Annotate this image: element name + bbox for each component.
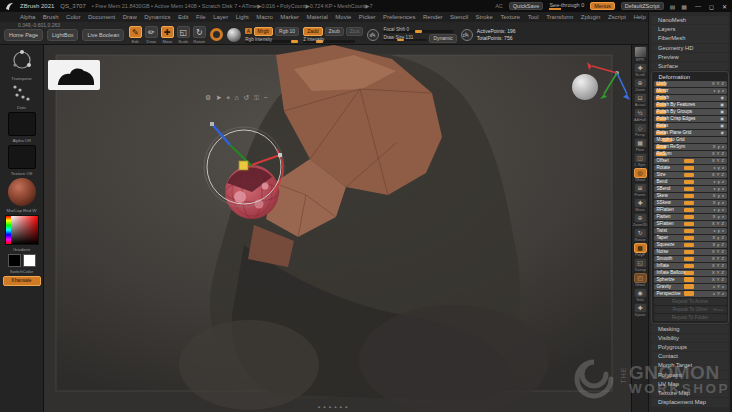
gizmo-icon[interactable]: ➤ (216, 94, 222, 102)
palette-section-header[interactable]: Polygroups (651, 343, 729, 351)
menu-item[interactable]: Help (633, 14, 645, 20)
deformation-slider[interactable]: Offset X Y Z (654, 158, 727, 164)
axis-toggles[interactable]: x y z (714, 88, 725, 94)
palette-section-header[interactable]: Layers (651, 25, 729, 33)
axis-toggles[interactable]: X Y Z (712, 256, 725, 262)
deformation-slider[interactable]: Inflate X Y Z (654, 263, 727, 269)
deformation-slider[interactable]: Polish By Features ▣ (654, 102, 727, 108)
axis-toggles[interactable]: X Y Z (712, 151, 725, 157)
menu-item[interactable]: Brush (43, 14, 59, 20)
palette-section-header[interactable]: UV Map (651, 380, 729, 388)
axis-toggles[interactable]: x y z (714, 186, 725, 192)
menu-item[interactable]: Color (66, 14, 80, 20)
saturation-value-square[interactable] (11, 216, 38, 244)
deformation-slider[interactable]: Skew X y z (654, 193, 727, 199)
deformation-slider[interactable]: SSkew X y z (654, 200, 727, 206)
z-intensity-slider[interactable]: Z Intensity (303, 37, 355, 43)
deformation-slider[interactable]: Smooth X Y Z (654, 256, 727, 262)
palette-section-header[interactable]: Polypaint (651, 371, 729, 379)
right-shelf-button[interactable]: ▩ PolyF (633, 243, 648, 257)
rgb-button[interactable]: Rgb 10 (275, 27, 299, 36)
zcut-button[interactable]: Zcut (346, 27, 364, 36)
axis-toggles[interactable]: ▣ (720, 116, 724, 122)
deformation-slider[interactable]: Spherize X Y Z (654, 277, 727, 283)
right-shelf-button[interactable]: ⊕ Zoom3D (633, 213, 648, 227)
menus-button[interactable]: Menus (590, 2, 615, 10)
timeline-scrub-marks[interactable]: ▲▲▲▲▲▲ (317, 404, 350, 409)
focal-shift-slider[interactable]: Focal Shift 0 (383, 27, 453, 33)
axis-toggles[interactable]: ◉ (721, 130, 725, 136)
gizmo-icon[interactable]: − (264, 94, 268, 102)
menu-item[interactable]: Dynamics (144, 14, 170, 20)
deformation-slider[interactable]: Taper X y Z (654, 235, 727, 241)
deformation-slider[interactable]: Noise X Y Z (654, 249, 727, 255)
live-boolean-button[interactable]: Live Boolean (82, 29, 124, 41)
deformation-slider[interactable]: SFlatten X Y Z (654, 221, 727, 227)
palette-section-header[interactable]: Displacement Map (651, 398, 729, 406)
right-shelf-button[interactable]: ◰ Ghost (633, 273, 648, 287)
reference-image-card[interactable] (48, 60, 100, 90)
axis-toggles[interactable]: X y z (713, 214, 725, 220)
transpose-brush-icon[interactable] (9, 48, 35, 74)
palette-section-header[interactable]: Preview (651, 53, 729, 61)
home-page-button[interactable]: Home Page (4, 29, 43, 41)
dynamic-button[interactable]: Dynamic (429, 34, 456, 43)
axis-toggles[interactable]: x y z (714, 179, 725, 185)
right-shelf-button[interactable]: ◫ L.Sym (633, 153, 648, 167)
repeat-to-other-button[interactable]: Repeat To Other Mask (654, 306, 727, 313)
mrgb-button[interactable]: Mrgb (254, 27, 273, 36)
menu-item[interactable]: Tool (528, 14, 539, 20)
document-canvas[interactable]: ⚙ ➤ ⌖ ⌂ ↺ ⚿ − (44, 45, 631, 412)
edit-mode-button[interactable]: ◱ Scale (176, 26, 190, 44)
deformation-slider[interactable]: Perspective x Y z (654, 291, 727, 297)
texture-thumbnail[interactable] (8, 145, 36, 169)
color-picker[interactable] (5, 215, 39, 245)
axis-toggles[interactable]: X y z (713, 144, 725, 150)
axis-toggles[interactable]: x Y z (713, 284, 725, 290)
deformation-slider[interactable]: ReSym X Y Z (654, 151, 727, 157)
stroke-icon[interactable]: ✎S (367, 29, 379, 41)
right-shelf-button[interactable]: ◱ Transp (633, 258, 648, 272)
right-shelf-button[interactable]: ✚ Move (633, 198, 648, 212)
menu-item[interactable]: Draw (123, 14, 137, 20)
menu-item[interactable]: Edit (178, 14, 188, 20)
zsub-button[interactable]: Zsub (325, 27, 344, 36)
lightbox-button[interactable]: LightBox (47, 29, 78, 41)
gizmo-icon[interactable]: ⌂ (235, 94, 239, 102)
stroke-dots-icon[interactable] (11, 83, 33, 103)
deformation-slider[interactable]: Size X Y Z (654, 172, 727, 178)
axis-toggles[interactable]: X Y Z (712, 270, 725, 276)
deformation-slider[interactable]: Polish ◉ (654, 95, 727, 101)
axis-toggles[interactable]: x Y z (713, 291, 725, 297)
axis-toggles[interactable]: X Y Z (712, 158, 725, 164)
deformation-slider[interactable]: Unify X Y Z (654, 81, 727, 87)
menu-item[interactable]: Render (423, 14, 443, 20)
palette-section-header[interactable]: Surface (651, 62, 729, 70)
edit-mode-button[interactable]: ✎ Edit (128, 26, 142, 44)
deformation-slider[interactable]: Relax Plane Grid ◉ (654, 130, 727, 136)
quicksave-button[interactable]: QuickSave (509, 2, 544, 10)
gizmo-icon[interactable]: ↺ (243, 94, 249, 102)
custom-macro-button[interactable]: Khansale (3, 276, 41, 286)
menu-item[interactable]: Picker (359, 14, 376, 20)
menu-item[interactable]: Texture (500, 14, 520, 20)
deformation-slider[interactable]: Rotate x y z (654, 165, 727, 171)
right-shelf-button[interactable]: ▦ Floor (633, 138, 648, 152)
menu-item[interactable]: Stroke (476, 14, 493, 20)
see-through-slider[interactable]: See-through 0 (549, 2, 584, 10)
axis-toggles[interactable]: X y Z (712, 242, 724, 248)
deformation-slider[interactable]: Bend x y z (654, 179, 727, 185)
close-icon[interactable]: ✕ (722, 3, 727, 10)
deformation-slider[interactable]: Relax ▣ (654, 123, 727, 129)
minimize-icon[interactable]: — (695, 3, 701, 9)
axis-toggles[interactable]: ◉ (721, 95, 725, 101)
secondary-color-swatch[interactable] (23, 254, 36, 267)
gizmo-icon[interactable]: ⌖ (226, 94, 230, 102)
axis-toggles[interactable]: X Y Z (712, 81, 725, 87)
right-shelf-button[interactable]: ⊕ Zoom (633, 78, 648, 92)
deformation-slider[interactable]: Polish By Groups ▣ (654, 109, 727, 115)
palette-section-header[interactable]: NanoMesh (651, 16, 729, 24)
right-shelf-button[interactable]: ⊞ Frame (633, 183, 648, 197)
menu-item[interactable]: Material (307, 14, 328, 20)
axis-toggles[interactable]: X Y Z (712, 249, 725, 255)
